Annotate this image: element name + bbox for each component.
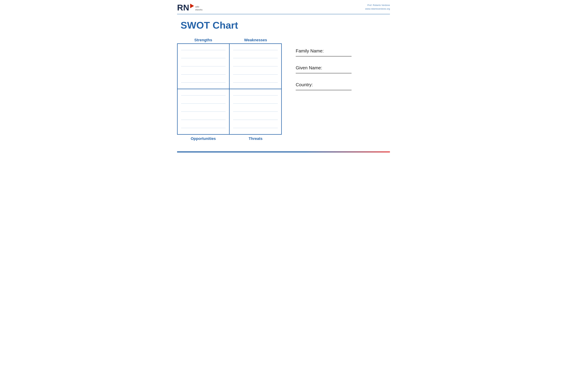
- logo-etworks: etworks: [195, 8, 202, 11]
- header-info: Prof. Roberto Verdone www.robertoverdone…: [365, 3, 390, 11]
- page-title: SWOT Chart: [180, 19, 390, 31]
- line: [181, 95, 225, 96]
- line: [233, 120, 278, 120]
- form-area: Family Name: Given Name: Country:: [296, 38, 390, 99]
- main-content: Strengths Weaknesses: [177, 38, 390, 141]
- line: [181, 112, 225, 112]
- country-field: Country:: [296, 82, 390, 90]
- line: [181, 103, 225, 104]
- swot-area: Strengths Weaknesses: [177, 38, 282, 141]
- page: RN adio etworks Prof. Roberto Verdone ww…: [170, 0, 397, 159]
- country-label: Country:: [296, 82, 390, 87]
- swot-grid: [177, 43, 282, 135]
- weaknesses-lines: [233, 47, 278, 86]
- line: [233, 74, 278, 75]
- swot-cell-threats: [229, 89, 281, 134]
- line: [181, 58, 225, 58]
- logo-rn-letters: RN: [177, 3, 189, 12]
- family-name-label: Family Name:: [296, 48, 390, 54]
- footer-bar: [177, 151, 390, 153]
- opportunities-lines: [181, 92, 225, 131]
- professor-website: www.robertoverdone.org: [365, 7, 390, 11]
- given-name-underline: [296, 73, 352, 73]
- given-name-label: Given Name:: [296, 65, 390, 70]
- label-weaknesses: Weaknesses: [229, 38, 282, 42]
- logo: RN adio etworks: [177, 3, 203, 12]
- swot-cell-opportunities: [178, 89, 229, 134]
- family-name-field: Family Name:: [296, 48, 390, 56]
- professor-name: Prof. Roberto Verdone: [365, 3, 390, 7]
- label-opportunities: Opportunities: [177, 136, 229, 141]
- header: RN adio etworks Prof. Roberto Verdone ww…: [177, 3, 390, 14]
- line: [233, 95, 278, 96]
- logo-adio: adio: [195, 5, 202, 8]
- logo-subtext: adio etworks: [195, 5, 202, 11]
- swot-cell-weaknesses: [229, 44, 281, 89]
- label-threats: Threats: [229, 136, 282, 141]
- logo-arrow-icon: [190, 4, 194, 8]
- family-name-underline: [296, 56, 352, 56]
- given-name-field: Given Name:: [296, 65, 390, 73]
- swot-top-labels: Strengths Weaknesses: [177, 38, 282, 42]
- line: [233, 112, 278, 112]
- country-underline: [296, 90, 352, 90]
- label-strengths: Strengths: [177, 38, 229, 42]
- swot-bottom-labels: Opportunities Threats: [177, 136, 282, 141]
- line: [181, 120, 225, 120]
- strengths-lines: [181, 47, 225, 86]
- line: [181, 74, 225, 75]
- line: [233, 58, 278, 58]
- threats-lines: [233, 92, 278, 131]
- swot-cell-strengths: [178, 44, 229, 89]
- line: [233, 103, 278, 104]
